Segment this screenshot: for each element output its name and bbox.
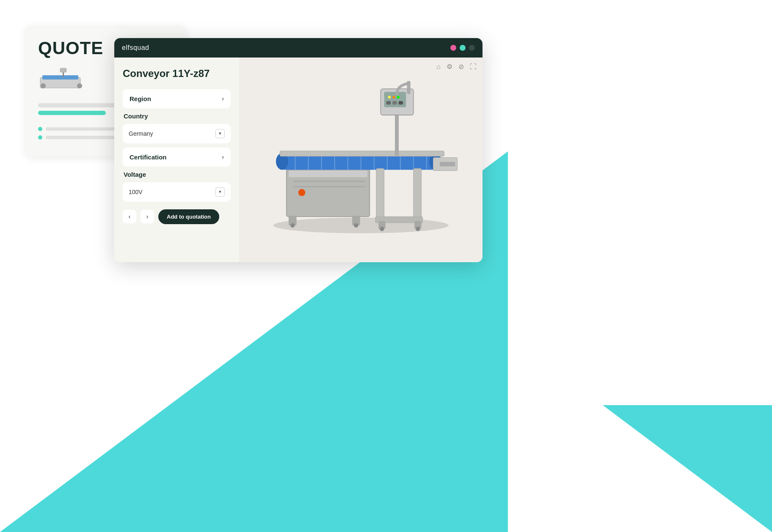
conveyor-thumb-icon — [38, 67, 89, 92]
bottom-nav: ‹ › Add to quotation — [123, 209, 231, 224]
country-section: Country Germany ▼ — [123, 112, 231, 143]
browser-logo: elfsquad — [122, 44, 149, 52]
settings-icon[interactable]: ⚙ — [447, 63, 452, 71]
conveyor-product-image — [251, 73, 471, 247]
browser-content: Conveyor 11Y-z87 Region › Country German… — [114, 58, 482, 262]
svg-rect-10 — [293, 181, 365, 182]
product-image-panel: ⌂ ⚙ ⊘ ⛶ — [239, 58, 482, 262]
svg-point-33 — [354, 223, 358, 228]
country-value: Germany — [129, 130, 153, 137]
home-icon[interactable]: ⌂ — [436, 63, 441, 71]
svg-rect-5 — [60, 68, 66, 72]
svg-point-12 — [298, 189, 305, 196]
svg-rect-1 — [42, 75, 78, 80]
country-label: Country — [123, 112, 231, 120]
svg-rect-11 — [293, 186, 365, 187]
region-row[interactable]: Region › — [123, 89, 231, 108]
svg-rect-29 — [280, 151, 444, 156]
svg-point-44 — [388, 96, 391, 99]
browser-dots — [450, 45, 475, 51]
browser-dot-dark — [469, 45, 475, 51]
quote-line-1 — [38, 103, 119, 107]
quote-line-2 — [38, 111, 106, 115]
svg-rect-9 — [289, 171, 367, 178]
svg-rect-47 — [386, 101, 391, 104]
svg-point-46 — [397, 96, 399, 99]
voltage-select[interactable]: 100V ▼ — [123, 182, 231, 202]
svg-rect-48 — [392, 101, 397, 104]
browser-dot-green — [460, 45, 466, 51]
product-title: Conveyor 11Y-z87 — [123, 68, 231, 80]
certification-row[interactable]: Certification › — [123, 148, 231, 167]
browser-dot-pink — [450, 45, 456, 51]
svg-point-45 — [392, 96, 395, 99]
prev-button[interactable]: ‹ — [123, 210, 136, 223]
config-panel: Conveyor 11Y-z87 Region › Country German… — [114, 58, 239, 262]
svg-rect-34 — [376, 169, 384, 221]
svg-point-31 — [290, 223, 295, 228]
svg-rect-35 — [414, 169, 422, 221]
svg-rect-49 — [399, 101, 403, 104]
region-label: Region — [130, 95, 151, 102]
teal-right-triangle — [603, 405, 772, 532]
svg-point-38 — [380, 227, 384, 231]
country-select[interactable]: Germany ▼ — [123, 124, 231, 143]
expand-icon[interactable]: ⛶ — [470, 63, 477, 71]
voltage-dropdown-icon: ▼ — [215, 187, 225, 197]
bullet-dot-1 — [38, 127, 42, 131]
certification-chevron-icon: › — [222, 154, 224, 160]
voltage-value: 100V — [129, 189, 143, 195]
toolbar-icons: ⌂ ⚙ ⊘ ⛶ — [436, 63, 477, 71]
tag-icon[interactable]: ⊘ — [458, 63, 464, 71]
bullet-dot-2 — [38, 135, 42, 140]
browser-window: elfsquad Conveyor 11Y-z87 Region › Count… — [114, 38, 482, 262]
next-button[interactable]: › — [141, 210, 154, 223]
add-to-quotation-button[interactable]: Add to quotation — [158, 209, 219, 224]
svg-rect-50 — [407, 81, 410, 94]
voltage-section: Voltage 100V ▼ — [123, 171, 231, 202]
voltage-label: Voltage — [123, 171, 231, 178]
svg-point-40 — [416, 227, 420, 231]
svg-point-2 — [41, 83, 46, 88]
region-chevron-icon: › — [222, 95, 224, 102]
svg-point-3 — [77, 83, 82, 88]
certification-label: Certification — [130, 154, 167, 161]
country-dropdown-icon: ▼ — [215, 129, 225, 138]
browser-titlebar: elfsquad — [114, 38, 482, 58]
svg-rect-43 — [384, 92, 406, 107]
svg-rect-28 — [440, 162, 455, 166]
